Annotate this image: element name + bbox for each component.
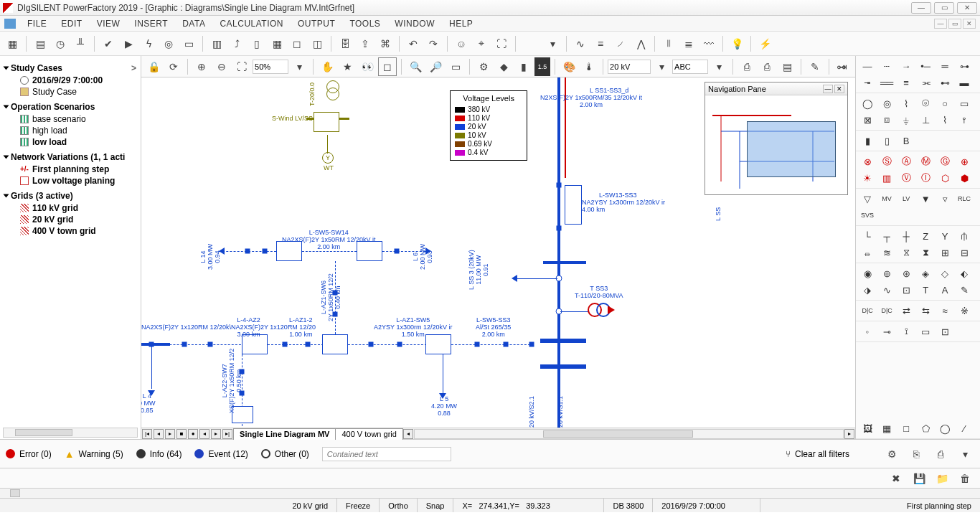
palette-node-icon[interactable]: •─ — [917, 59, 934, 73]
user-icon[interactable]: ☺ — [452, 34, 471, 53]
peak-icon[interactable]: ⋀ — [631, 34, 650, 53]
breaker-green[interactable] — [314, 112, 339, 132]
signal-icon[interactable]: ∿ — [571, 34, 590, 53]
voltage-select[interactable] — [608, 60, 651, 74]
zoom-in-icon[interactable]: ⊕ — [192, 57, 211, 76]
clear-filters-button[interactable]: ⑂Clear all filters — [786, 449, 849, 459]
wind-turbine-icon[interactable]: Y — [322, 152, 334, 164]
menu-output[interactable]: OUTPUT — [291, 17, 342, 30]
zoom2-icon[interactable]: 🔍 — [406, 57, 425, 76]
node[interactable] — [182, 342, 187, 347]
node[interactable] — [557, 226, 562, 231]
node[interactable] — [504, 342, 509, 347]
palette-vt-icon[interactable]: ⊛ — [897, 266, 915, 280]
bulb-icon[interactable]: 💡 — [727, 34, 746, 53]
scale-badge[interactable]: 1.5 — [534, 57, 550, 76]
palette-text-icon[interactable]: T — [917, 283, 934, 297]
expand-icon[interactable]: ▾ — [956, 445, 974, 463]
copy-icon[interactable]: ⎘ — [907, 445, 925, 463]
filter-info[interactable]: Info (64) — [136, 449, 182, 459]
harmonic-icon[interactable]: ⫴ — [659, 34, 678, 53]
refresh-icon[interactable]: ⟳ — [164, 57, 183, 76]
navpane-min-icon[interactable]: — — [823, 85, 833, 93]
export-icon[interactable]: ⇪ — [356, 34, 374, 53]
palette-img-icon[interactable]: 🖼 — [859, 421, 876, 435]
binoculars-icon[interactable]: 👀 — [358, 57, 377, 76]
node[interactable] — [263, 249, 268, 254]
palette-cross-icon[interactable]: ┼ — [897, 229, 915, 243]
palette-nd5-icon[interactable]: ⊡ — [936, 324, 953, 339]
palette-relay-icon[interactable]: ◈ — [917, 266, 934, 280]
table-icon[interactable]: ▦ — [268, 34, 286, 53]
scenario-high[interactable]: high load — [4, 125, 136, 136]
menu-calculation[interactable]: CALCULATION — [212, 17, 291, 30]
palette-gen2-icon[interactable]: Ⓖ — [936, 154, 953, 169]
timeline-icon[interactable]: ╨ — [71, 34, 90, 53]
node[interactable] — [283, 342, 288, 347]
palette-book-icon[interactable]: ▮ — [859, 133, 876, 148]
palette-term-icon[interactable]: ╼ — [859, 75, 876, 90]
navpane-body[interactable] — [705, 95, 847, 194]
menu-window[interactable]: WINDOW — [387, 17, 442, 30]
palette-syn-icon[interactable]: Ⓢ — [878, 154, 895, 169]
network-variations-header[interactable]: Network Variations (1, 1 acti — [4, 152, 136, 162]
palette-circle-icon[interactable]: ◯ — [859, 96, 876, 110]
tab-rec-icon[interactable]: ● — [188, 429, 198, 439]
align-icon[interactable]: ≡ — [591, 34, 610, 53]
palette-ind-icon[interactable]: ⌇ — [936, 113, 953, 127]
palette-rlc-icon[interactable]: RLC — [956, 192, 973, 206]
menu-file[interactable]: FILE — [20, 17, 54, 30]
tab-scroll-left-icon[interactable]: ◂ — [403, 429, 413, 439]
print-icon[interactable]: ⎙ — [738, 57, 756, 76]
navpane-viewport[interactable] — [747, 121, 836, 177]
bus-short[interactable] — [543, 261, 586, 264]
plug-icon[interactable]: ⚡ — [755, 34, 774, 53]
output-scrollbar[interactable] — [0, 488, 980, 498]
palette-gen3-icon[interactable]: ⊕ — [956, 154, 973, 169]
palette-y-icon[interactable]: Y — [936, 229, 953, 243]
palette-comp-icon[interactable]: ⊞ — [936, 245, 953, 260]
grid-400v[interactable]: 400 V town grid — [4, 225, 136, 237]
palette-dline-icon[interactable]: ══ — [878, 75, 895, 90]
node[interactable] — [245, 249, 250, 254]
script-icon[interactable]: ⌘ — [376, 34, 395, 53]
chevron-down-icon[interactable]: ▾ — [290, 57, 308, 76]
zoom-fit-icon[interactable]: ⛶ — [232, 57, 251, 76]
navigation-pane[interactable]: Navigation Pane —✕ — [705, 82, 848, 195]
tab-play-icon[interactable]: ▸ — [165, 429, 175, 439]
grid-data-icon[interactable]: ▤ — [31, 34, 50, 53]
palette-ext2-icon[interactable]: ⬢ — [956, 171, 973, 185]
palette-arrow-icon[interactable]: → — [897, 59, 915, 73]
palette-b-icon[interactable]: B — [897, 133, 915, 148]
print2-icon[interactable]: ⎙ — [931, 445, 950, 463]
tag-icon[interactable]: ▮ — [514, 57, 533, 76]
minimize-button[interactable]: — — [911, 2, 931, 14]
sliders-icon[interactable]: ⚙ — [474, 57, 493, 76]
tab-prev-icon[interactable]: ◂ — [154, 429, 164, 439]
zoom3-icon[interactable]: 🔎 — [426, 57, 445, 76]
palette-3line-icon[interactable]: ≡ — [897, 75, 915, 90]
redo-icon[interactable]: ↷ — [424, 34, 443, 53]
layers-icon[interactable]: ◆ — [494, 57, 513, 76]
node[interactable] — [306, 342, 311, 347]
menu-edit[interactable]: EDIT — [54, 17, 89, 30]
stop-icon[interactable]: ✖ — [887, 469, 905, 488]
close-button[interactable]: ✕ — [957, 2, 977, 14]
palette-nd3-icon[interactable]: ⟟ — [897, 324, 915, 339]
palette-lib-icon[interactable]: ▯ — [878, 133, 895, 148]
node[interactable] — [208, 342, 213, 347]
bus-thick[interactable] — [540, 364, 586, 369]
palette-z-icon[interactable]: Z — [917, 229, 934, 243]
variation-low-voltage[interactable]: Low voltage planing — [4, 175, 136, 187]
loadflow-icon[interactable]: ϟ — [139, 34, 158, 53]
lock-icon[interactable]: 🔒 — [144, 57, 163, 76]
palette-ld3-icon[interactable]: ▿ — [936, 192, 953, 206]
canvas-h-scrollbar[interactable] — [414, 429, 844, 439]
palette-dc-icon[interactable]: D|C — [859, 303, 876, 318]
palette-load-icon[interactable]: ▽ — [859, 192, 876, 206]
palette-note-icon[interactable]: ✎ — [956, 283, 973, 297]
palette-icon[interactable]: 🎨 — [560, 57, 578, 76]
db-icon[interactable]: 🗄 — [336, 34, 354, 53]
palette-sig-icon[interactable]: ∿ — [878, 283, 895, 297]
scenario-low[interactable]: low load — [4, 136, 136, 148]
